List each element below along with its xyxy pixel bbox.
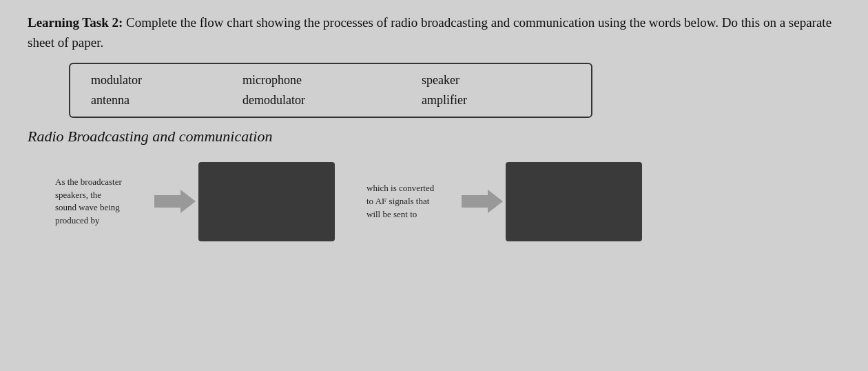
blank-box-left (198, 162, 335, 241)
flow-group-left: As the broadcaster speakers, the sound w… (55, 162, 335, 241)
left-label-line3: sound wave being (55, 201, 146, 214)
word-demodulator: demodulator (236, 91, 415, 110)
left-label-line2: speakers, the (55, 189, 146, 202)
instruction-text: Learning Task 2: Complete the flow chart… (28, 12, 847, 53)
right-label-line2: to AF signals that (366, 195, 453, 208)
right-label-line1: which is converted (366, 182, 453, 195)
arrow-right (462, 188, 503, 214)
left-label: As the broadcaster speakers, the sound w… (55, 176, 152, 228)
task-label: Learning Task 2: (28, 15, 123, 30)
flow-group-right: which is converted to AF signals that wi… (355, 162, 642, 241)
words-box: modulator microphone speaker antenna dem… (69, 63, 592, 118)
svg-marker-1 (462, 190, 503, 213)
arrow-left (154, 188, 196, 214)
word-modulator: modulator (84, 71, 236, 90)
left-label-line1: As the broadcaster (55, 176, 146, 189)
left-label-line4: produced by (55, 214, 146, 228)
subtitle: Radio Broadcasting and communication (28, 128, 847, 146)
word-amplifier: amplifier (415, 91, 566, 110)
word-microphone: microphone (236, 71, 415, 90)
svg-marker-0 (154, 190, 196, 213)
flow-section: As the broadcaster speakers, the sound w… (28, 162, 847, 241)
word-antenna: antenna (84, 91, 236, 110)
right-label-line4: will be sent to (366, 208, 453, 221)
right-label: which is converted to AF signals that wi… (355, 182, 459, 221)
task-body: Complete the flow chart showing the proc… (28, 15, 831, 50)
blank-box-right (506, 162, 642, 241)
word-speaker: speaker (415, 71, 566, 90)
page: Learning Task 2: Complete the flow chart… (0, 0, 868, 371)
